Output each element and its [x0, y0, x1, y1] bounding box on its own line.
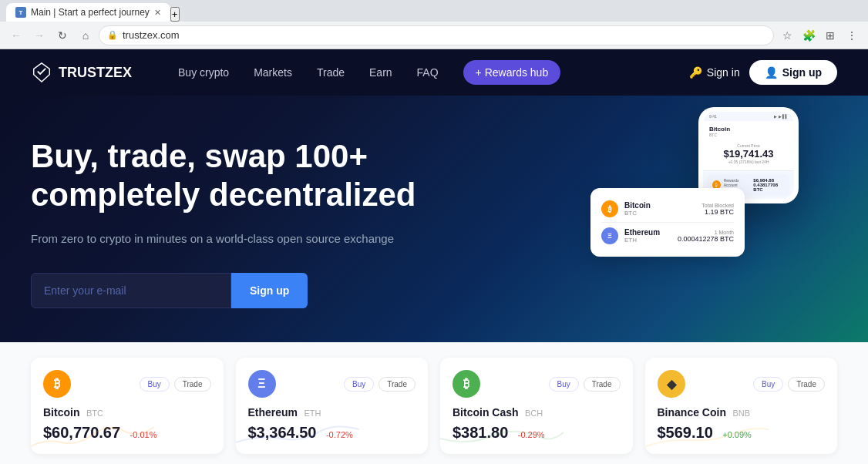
eth-chart: [236, 423, 359, 454]
tab-title: Main | Start a perfect journey: [31, 7, 150, 18]
bnb-ticker: BNB: [732, 409, 750, 418]
tab-favicon: T: [15, 7, 26, 18]
coin-card-eth: Ξ Ethereum ETH 1 Month 0.000412278 BTC: [601, 223, 734, 249]
hero-form: Sign up: [31, 273, 416, 308]
logo-link[interactable]: TRUSTZEX: [31, 62, 132, 83]
bnb-trade-button[interactable]: Trade: [788, 377, 825, 392]
hero-title: Buy, trade, swap 100+ completely decentr…: [31, 137, 416, 215]
back-button[interactable]: ←: [6, 25, 26, 45]
eth-name: Ethereum: [248, 406, 298, 419]
eth-icon: Ξ: [601, 227, 618, 244]
nav-trade[interactable]: Trade: [317, 66, 345, 79]
active-tab[interactable]: T Main | Start a perfect journey ✕: [6, 3, 170, 22]
signup-button[interactable]: 👤 Sign up: [749, 60, 837, 85]
signin-icon: 🔑: [689, 66, 702, 79]
user-icon: 👤: [765, 66, 778, 79]
bch-name: Bitcoin Cash: [453, 406, 519, 419]
bch-card-icon: ₿: [453, 370, 480, 398]
eth-buy-button[interactable]: Buy: [344, 377, 374, 392]
new-tab-button[interactable]: +: [170, 7, 180, 22]
price-cards-container: ₿ Buy Trade Bitcoin BTC $60,770.67 -0.01…: [31, 358, 837, 454]
signin-button[interactable]: 🔑 Sign in: [689, 66, 740, 79]
reload-button[interactable]: ↻: [52, 25, 72, 45]
btc-ticker: BTC: [86, 409, 103, 418]
bch-ticker: BCH: [525, 409, 543, 418]
url-text: trustzex.com: [123, 29, 180, 41]
hero-subtitle: From zero to crypto in minutes on a worl…: [31, 230, 416, 248]
price-card-bch: ₿ Buy Trade Bitcoin Cash BCH $381.80 -0.…: [440, 358, 633, 454]
email-input[interactable]: [31, 273, 231, 308]
btc-chart: [31, 423, 154, 454]
btc-name: Bitcoin: [43, 406, 79, 419]
btc-trade-button[interactable]: Trade: [174, 377, 211, 392]
nav-earn[interactable]: Earn: [369, 66, 392, 79]
tab-close-button[interactable]: ✕: [154, 8, 161, 18]
rewards-hub-button[interactable]: + Rewards hub: [463, 60, 561, 85]
browser-tab-bar: T Main | Start a perfect journey ✕ +: [0, 0, 868, 22]
btc-buy-button[interactable]: Buy: [140, 377, 170, 392]
bch-trade-button[interactable]: Trade: [584, 377, 621, 392]
price-section: ₿ Buy Trade Bitcoin BTC $60,770.67 -0.01…: [0, 342, 868, 464]
btc-icon: ₿: [601, 200, 618, 217]
price-card-eth: Ξ Buy Trade Ethereum ETH $3,364.50 -0.72…: [236, 358, 429, 454]
eth-ticker: ETH: [304, 409, 321, 418]
bnb-name: Binance Coin: [658, 406, 726, 419]
bnb-buy-button[interactable]: Buy: [753, 377, 783, 392]
forward-button[interactable]: →: [29, 25, 49, 45]
eth-card-icon: Ξ: [248, 370, 276, 398]
page-content: TRUSTZEX Buy crypto Markets Trade Earn F…: [0, 49, 868, 464]
profile-button[interactable]: ⊞: [820, 25, 840, 45]
navbar: TRUSTZEX Buy crypto Markets Trade Earn F…: [0, 49, 868, 96]
coin-card-btc: ₿ Bitcoin BTC Total Blocked 1.19 BTC: [601, 196, 734, 223]
nav-buy-crypto[interactable]: Buy crypto: [178, 66, 229, 79]
logo-icon: [31, 62, 52, 83]
hero-content: Buy, trade, swap 100+ completely decentr…: [31, 137, 416, 309]
bch-chart: [440, 423, 564, 454]
price-card-btc: ₿ Buy Trade Bitcoin BTC $60,770.67 -0.01…: [31, 358, 224, 454]
phone-price-section: Current Price $19,741.43 +0.35 (3718%) l…: [703, 140, 794, 171]
bch-buy-button[interactable]: Buy: [549, 377, 579, 392]
extensions-button[interactable]: 🧩: [799, 25, 819, 45]
phone-status-bar: 9:41▶ ▶ ▌▌: [703, 112, 794, 121]
hero-section: Buy, trade, swap 100+ completely decentr…: [0, 96, 868, 342]
hero-signup-button[interactable]: Sign up: [231, 273, 308, 308]
price-card-bnb: ◆ Buy Trade Binance Coin BNB $569.10 +0.…: [645, 358, 838, 454]
nav-markets[interactable]: Markets: [254, 66, 292, 79]
bookmark-button[interactable]: ☆: [777, 25, 797, 45]
nav-auth: 🔑 Sign in 👤 Sign up: [689, 60, 837, 85]
browser-toolbar: ← → ↻ ⌂ 🔒 trustzex.com ☆ 🧩 ⊞ ⋮: [0, 22, 868, 49]
toolbar-actions: ☆ 🧩 ⊞ ⋮: [777, 25, 862, 45]
address-bar[interactable]: 🔒 trustzex.com: [99, 25, 774, 45]
bnb-chart: [645, 423, 769, 454]
home-button[interactable]: ⌂: [76, 25, 96, 45]
nav-faq[interactable]: FAQ: [417, 66, 439, 79]
bnb-card-icon: ◆: [658, 370, 685, 398]
btc-card-icon: ₿: [43, 370, 71, 398]
eth-trade-button[interactable]: Trade: [378, 377, 415, 392]
floating-coin-card: ₿ Bitcoin BTC Total Blocked 1.19 BTC Ξ E…: [590, 188, 745, 257]
logo-text: TRUSTZEX: [59, 65, 132, 81]
phone-header: Bitcoin BTC: [703, 121, 794, 140]
nav-links: Buy crypto Markets Trade Earn FAQ + Rewa…: [178, 60, 689, 85]
browser-chrome: T Main | Start a perfect journey ✕ + ← →…: [0, 0, 868, 49]
lock-icon: 🔒: [107, 30, 118, 40]
menu-button[interactable]: ⋮: [842, 25, 862, 45]
